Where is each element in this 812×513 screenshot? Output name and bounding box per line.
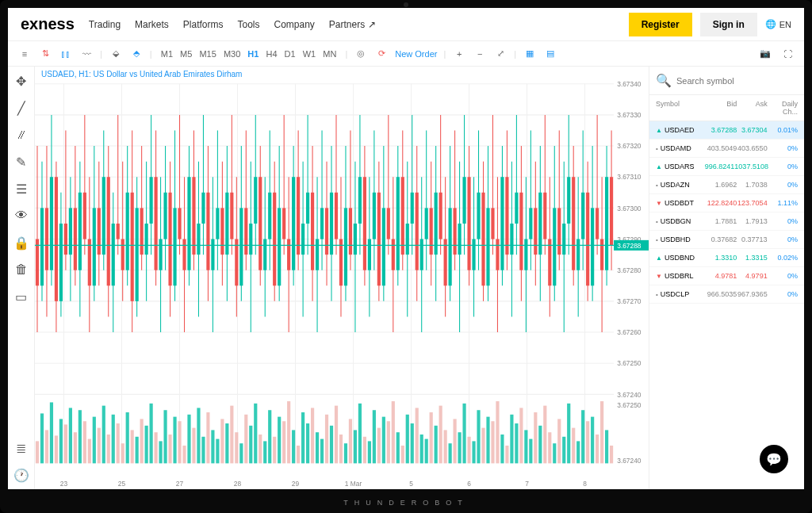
svg-rect-269 (572, 177, 575, 270)
watchlist-row[interactable]: • USDBGN1.78811.79130% (649, 212, 804, 231)
svg-rect-347 (311, 408, 314, 463)
svg-rect-406 (591, 417, 594, 464)
main-nav: TradingMarketsPlatformsToolsCompanyPartn… (89, 19, 376, 30)
camera-icon[interactable]: 📷 (758, 47, 772, 61)
watchlist-row[interactable]: • USDAMD403.5049403.65500% (649, 140, 804, 158)
svg-rect-357 (358, 404, 362, 464)
list2-icon[interactable]: ≣ (13, 440, 29, 456)
timeframe-MN[interactable]: MN (320, 48, 339, 60)
layers-icon[interactable]: ▭ (13, 289, 29, 304)
nav-item[interactable]: Trading (89, 19, 121, 30)
minus-icon[interactable]: − (473, 47, 487, 61)
svg-rect-271 (576, 239, 580, 270)
pitchfork-icon[interactable]: ⫽ (13, 127, 29, 143)
clock-icon[interactable]: 🕐 (13, 467, 29, 483)
svg-rect-265 (562, 224, 565, 255)
watchlist-row[interactable]: ▲ USDBND1.33101.33150.02% (649, 249, 804, 267)
svg-rect-300 (88, 439, 91, 464)
svg-rect-360 (373, 410, 376, 463)
timeframe-D1[interactable]: D1 (282, 48, 298, 60)
logo[interactable]: exness (21, 15, 75, 33)
svg-rect-87 (140, 208, 144, 255)
svg-rect-346 (306, 423, 309, 463)
line-tool-icon[interactable]: ╱ (13, 100, 29, 116)
timeframe-W1[interactable]: W1 (301, 48, 319, 60)
svg-rect-398 (553, 443, 556, 463)
trash-icon[interactable]: 🗑 (13, 262, 29, 278)
drawing-icon[interactable]: ✎ (13, 154, 29, 170)
svg-rect-75 (112, 224, 115, 285)
svg-rect-275 (586, 193, 589, 285)
watchlist-row[interactable]: • USDBHD0.376820.377130% (649, 231, 804, 249)
svg-rect-73 (107, 177, 110, 285)
candle-chart-icon[interactable]: ⇅ (38, 47, 52, 61)
zoom-icon[interactable]: ⤢ (493, 47, 508, 61)
language-selector[interactable]: 🌐 EN (765, 19, 791, 29)
refresh-icon[interactable]: ⟳ (374, 47, 389, 61)
target-icon[interactable]: ◎ (354, 47, 368, 61)
nav-item[interactable]: Company (274, 19, 314, 30)
watchlist-row[interactable]: ▼ USDBDT122.8240123.70541.11% (649, 194, 804, 212)
watchlist-row[interactable]: ▼ USDBRL4.97814.97910% (649, 267, 804, 285)
timeframe-M5[interactable]: M5 (178, 48, 194, 60)
svg-rect-239 (500, 177, 504, 270)
timeframe-M1[interactable]: M1 (159, 48, 175, 60)
line-chart-icon[interactable]: 〰 (79, 47, 94, 61)
chart-container[interactable]: USDAED, H1: US Dollar vs United Arab Emi… (35, 67, 649, 489)
watchlist-row[interactable]: • USDCLP966.5035967.93650% (649, 285, 804, 304)
header-ask[interactable]: Ask (737, 100, 767, 116)
svg-rect-404 (581, 410, 584, 463)
svg-rect-349 (320, 439, 324, 464)
indicator2-icon[interactable]: ⬘ (129, 47, 144, 61)
svg-rect-179 (358, 177, 362, 224)
plus-icon[interactable]: + (452, 47, 466, 61)
svg-text:28: 28 (234, 479, 242, 487)
new-order-button[interactable]: New Order (395, 49, 437, 59)
svg-text:5: 5 (409, 479, 413, 487)
svg-rect-129 (239, 208, 243, 285)
watchlist-row[interactable]: • USDAZN1.69621.70380% (649, 176, 804, 194)
menu-icon[interactable]: ≡ (17, 47, 32, 61)
chat-fab[interactable]: 💬 (760, 445, 788, 473)
header-change[interactable]: Daily Ch... (768, 100, 798, 116)
search-icon: 🔍 (656, 73, 672, 88)
svg-rect-187 (377, 193, 381, 285)
signin-button[interactable]: Sign in (700, 13, 757, 36)
svg-rect-408 (600, 401, 603, 463)
timeframe-M15[interactable]: M15 (197, 48, 218, 60)
calendar-icon[interactable]: ▦ (523, 47, 537, 61)
list-icon[interactable]: ☰ (13, 181, 29, 197)
search-input[interactable] (676, 76, 798, 86)
svg-text:8: 8 (583, 479, 587, 487)
svg-rect-115 (206, 193, 209, 270)
register-button[interactable]: Register (629, 13, 692, 36)
timeframe-H4[interactable]: H4 (263, 48, 279, 60)
svg-rect-231 (481, 193, 485, 285)
svg-text:3.67240: 3.67240 (617, 390, 641, 398)
watchlist-row[interactable]: ▲ USDARS996.82411037.51080% (649, 158, 804, 176)
svg-rect-290 (40, 413, 44, 463)
bar-chart-icon[interactable]: ⫿⫿ (59, 47, 73, 61)
svg-rect-135 (254, 177, 257, 224)
nav-item[interactable]: Tools (237, 19, 259, 30)
svg-rect-149 (287, 239, 290, 270)
nav-item[interactable]: Markets (135, 19, 169, 30)
cursor-icon[interactable]: ✥ (13, 73, 29, 89)
svg-rect-384 (486, 417, 489, 464)
header-symbol[interactable]: Symbol (656, 100, 707, 116)
eye-icon[interactable]: 👁 (13, 208, 29, 224)
indicator1-icon[interactable]: ⬙ (109, 47, 123, 61)
fullscreen-icon[interactable]: ⛶ (780, 47, 795, 61)
svg-rect-213 (439, 193, 442, 239)
lock-icon[interactable]: 🔒 (13, 235, 29, 251)
svg-rect-331 (235, 432, 238, 463)
panel-icon[interactable]: ▤ (543, 47, 557, 61)
watchlist-row[interactable]: ▲ USDAED3.672883.673040.01% (649, 121, 804, 140)
svg-rect-201 (411, 193, 414, 224)
header-bid[interactable]: Bid (707, 100, 737, 116)
timeframe-M30[interactable]: M30 (221, 48, 243, 60)
nav-item[interactable]: Partners ↗ (329, 19, 376, 30)
timeframe-H1[interactable]: H1 (245, 48, 261, 60)
svg-rect-367 (406, 415, 409, 464)
nav-item[interactable]: Platforms (183, 19, 224, 30)
